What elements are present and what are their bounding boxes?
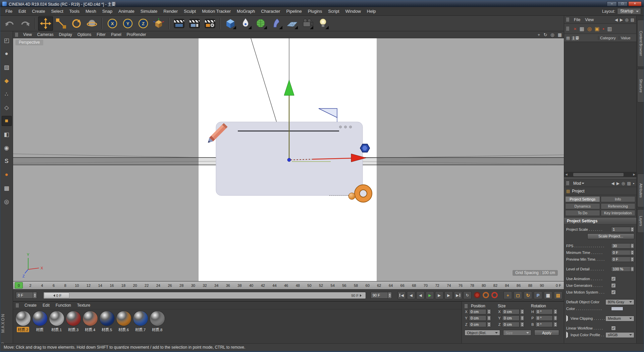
timeline-tick[interactable]: 36: [225, 283, 231, 288]
level-of-detail-spinner[interactable]: [631, 266, 634, 272]
material-menu-item[interactable]: Texture: [74, 302, 93, 309]
polygons-mode-icon[interactable]: ■: [2, 116, 12, 126]
level-of-detail-field[interactable]: 100 %: [611, 266, 631, 272]
attribute-tab[interactable]: To Do: [565, 210, 600, 216]
timeline-tick[interactable]: 84: [504, 283, 510, 288]
material-preview-sphere[interactable]: [16, 311, 31, 326]
minimum-time-field[interactable]: 0 F: [611, 250, 631, 255]
timeline-tick[interactable]: 56: [341, 283, 347, 288]
menu-item[interactable]: Edit: [15, 8, 29, 15]
workplane-lock-icon[interactable]: ▩: [2, 183, 12, 193]
timeline-tick[interactable]: 16: [109, 283, 115, 288]
material-item[interactable]: 材质: [32, 311, 48, 332]
model-mode-icon[interactable]: ●: [2, 49, 12, 59]
undo-icon[interactable]: [2, 16, 17, 31]
material-item[interactable]: 材质.8: [149, 311, 165, 332]
quantize-icon[interactable]: ●: [2, 170, 12, 180]
menu-item[interactable]: Simulate: [138, 8, 161, 15]
timeline-tick[interactable]: 66: [399, 283, 406, 288]
material-name[interactable]: 材质.1: [50, 327, 63, 332]
menu-item[interactable]: Render: [160, 8, 181, 15]
material-name[interactable]: 材质.2: [17, 327, 29, 332]
minimum-time-spinner[interactable]: [631, 250, 634, 255]
viewport-menu-item[interactable]: Panel: [108, 32, 124, 38]
timeline-tick[interactable]: 38: [236, 283, 243, 288]
material-preview-sphere[interactable]: [116, 311, 131, 326]
material-item[interactable]: 材质.5: [99, 311, 115, 332]
timeline-tick[interactable]: 48: [295, 283, 301, 288]
take-list-area[interactable]: [564, 42, 636, 172]
menu-item[interactable]: Pipeline: [283, 8, 305, 15]
take-menu-item[interactable]: File: [572, 17, 583, 23]
material-item[interactable]: 材质.4: [82, 311, 98, 332]
tab-layers[interactable]: Layers: [637, 209, 644, 233]
new-take-icon[interactable]: ×: [574, 26, 577, 32]
timeline-tick[interactable]: 80: [481, 283, 487, 288]
use-animation-checkbox[interactable]: ✓: [611, 276, 616, 281]
material-item[interactable]: 材质.1: [49, 311, 64, 332]
position-field[interactable]: 0 cm: [469, 309, 486, 314]
material-item[interactable]: 材质.6: [116, 311, 131, 332]
scale-tool-icon[interactable]: [54, 16, 68, 31]
timeline-tick[interactable]: 30: [190, 283, 196, 288]
use-generators-checkbox[interactable]: ✓: [611, 283, 616, 288]
material-menu-item[interactable]: Edit: [40, 302, 53, 309]
timeline-tick[interactable]: 42: [260, 283, 266, 288]
timeline-tick[interactable]: 62: [376, 283, 382, 288]
current-frame-field[interactable]: 0 F: [16, 292, 33, 299]
attribute-tab[interactable]: Key Interpolation: [601, 210, 636, 216]
material-menu-item[interactable]: Function: [53, 302, 74, 309]
material-name[interactable]: 材质.7: [134, 327, 147, 332]
texture-axis-mode-icon[interactable]: ◧: [2, 129, 12, 139]
menu-item[interactable]: Create: [29, 8, 48, 15]
previous-frame-button[interactable]: ◀: [416, 291, 425, 299]
menu-item[interactable]: Select: [48, 8, 66, 15]
points-mode-icon[interactable]: ∴: [2, 89, 12, 99]
material-preview-sphere[interactable]: [133, 311, 148, 326]
edit-render-settings-icon[interactable]: [203, 16, 217, 31]
input-color-profile-select[interactable]: sRGB: [605, 332, 634, 338]
fps-field[interactable]: 30: [611, 243, 631, 249]
viewport-menu-item[interactable]: Cameras: [35, 32, 56, 38]
lock-icon[interactable]: ▪: [633, 181, 634, 186]
tab-attributes[interactable]: Attributes: [637, 174, 644, 207]
size-spinner[interactable]: [521, 315, 524, 321]
timeline-tick[interactable]: 6: [51, 283, 57, 288]
material-name[interactable]: 材质.8: [151, 327, 163, 332]
timeline-tick[interactable]: 12: [86, 283, 92, 288]
take-folder-icon[interactable]: ▣: [595, 26, 599, 32]
material-name[interactable]: 材质.6: [117, 327, 130, 332]
y-axis-lock-icon[interactable]: Y: [120, 16, 135, 31]
main-take-row[interactable]: ▤主要: [566, 35, 598, 41]
autokeying-button[interactable]: [483, 292, 489, 298]
texture-mode-icon[interactable]: ▨: [2, 62, 12, 72]
position-field[interactable]: 0 cm: [469, 322, 486, 327]
attribute-tab[interactable]: Info: [601, 196, 636, 202]
tab-structure[interactable]: Structure: [637, 69, 644, 102]
use-motion-system-checkbox[interactable]: ✓: [611, 290, 616, 295]
view-clipping-select[interactable]: Medium: [605, 316, 634, 321]
timeline-tick[interactable]: 76: [458, 283, 464, 288]
viewport-menu-item[interactable]: View: [20, 32, 35, 38]
timeline-tick[interactable]: 50: [306, 283, 312, 288]
scroll-right-icon[interactable]: ▶: [632, 173, 636, 177]
minimize-button[interactable]: –: [607, 1, 617, 6]
material-preview-sphere[interactable]: [100, 311, 114, 326]
timeline-tick[interactable]: 46: [283, 283, 289, 288]
key-pla-button[interactable]: ▦: [544, 291, 552, 299]
next-frame-button[interactable]: ▶: [435, 291, 443, 299]
panel-splitter[interactable]: [564, 177, 636, 180]
camera-label[interactable]: Perspective: [15, 40, 43, 45]
workplane-mode-icon[interactable]: ◆: [2, 76, 12, 86]
timeline-tick[interactable]: 54: [330, 283, 336, 288]
position-spinner[interactable]: [487, 322, 491, 327]
environment-icon[interactable]: [285, 16, 300, 31]
search-icon[interactable]: ◎: [625, 17, 628, 22]
timeline-tick[interactable]: 10: [74, 283, 80, 288]
rotation-field[interactable]: 0 °: [535, 322, 553, 327]
size-field[interactable]: 0 cm: [502, 322, 520, 327]
menu-item[interactable]: Plugins: [305, 8, 325, 15]
maximize-button[interactable]: □: [618, 1, 628, 6]
viewport-menu-item[interactable]: ProRender: [124, 32, 149, 38]
loop-button[interactable]: ↻: [463, 291, 472, 299]
